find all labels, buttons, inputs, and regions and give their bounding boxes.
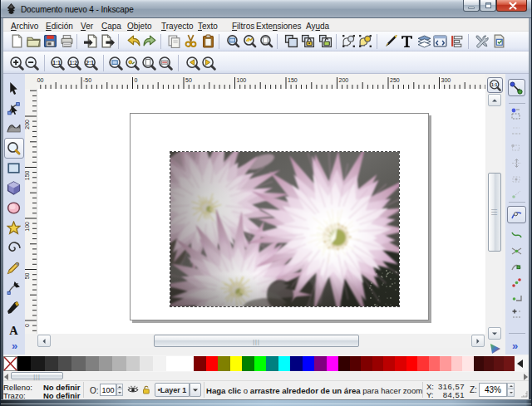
svg-text:100: 100: [237, 77, 247, 83]
svg-text:1:2: 1:2: [69, 60, 77, 66]
svg-text:300: 300: [441, 77, 451, 83]
svg-text:150: 150: [288, 77, 298, 83]
svg-text:150: 150: [25, 170, 30, 180]
svg-text:-50: -50: [83, 77, 91, 83]
svg-text:50: 50: [185, 77, 192, 83]
svg-text:-100: -100: [37, 77, 44, 83]
svg-text:200: 200: [25, 120, 30, 130]
svg-text:A: A: [9, 324, 18, 336]
svg-text:100: 100: [25, 222, 30, 232]
svg-text:1:1: 1:1: [491, 82, 498, 87]
svg-text:250: 250: [390, 77, 400, 83]
svg-text:50: 50: [25, 272, 30, 279]
svg-text:0: 0: [135, 77, 138, 83]
svg-text:1:1: 1:1: [52, 60, 61, 66]
svg-text:200: 200: [339, 77, 349, 83]
svg-text:2:1: 2:1: [86, 60, 94, 66]
svg-text:0: 0: [25, 324, 30, 327]
